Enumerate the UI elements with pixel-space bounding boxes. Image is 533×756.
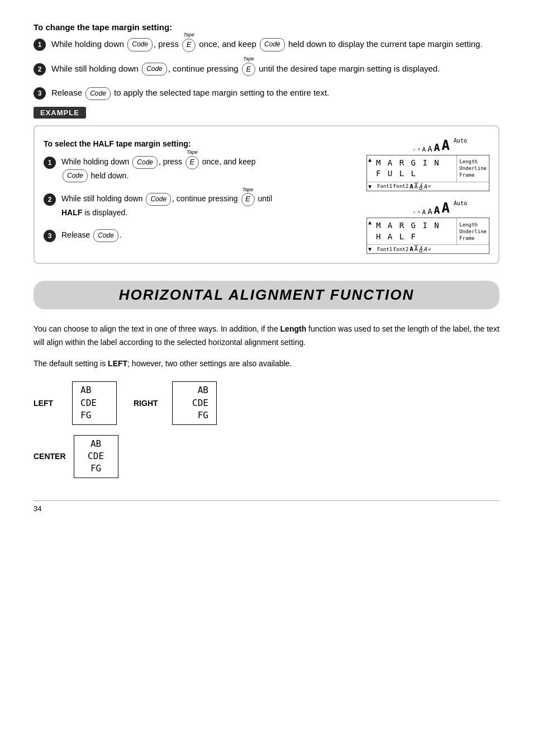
lcd1-icon-A2: Ā	[415, 183, 418, 190]
align-center-line3: FG	[82, 462, 110, 475]
example-step-text-1: While holding down Code, press Tape E on…	[61, 155, 280, 182]
lcd1-font2: Font2	[393, 183, 408, 189]
section-heading: To change the tape margin setting:	[34, 22, 499, 32]
align-left-box: AB CDE FG	[72, 381, 117, 424]
align-right-label: RIGHT	[134, 399, 164, 408]
lcd1-fs5: A	[434, 141, 440, 153]
example-label: EXAMPLE	[34, 107, 86, 119]
code-key-2: Code	[260, 38, 285, 51]
step-item-2: 2 While still holding down Code, continu…	[34, 62, 499, 77]
example-step-num-3: 3	[44, 230, 56, 242]
lcd2-icon-A4: A	[423, 246, 427, 252]
lcd2-fs3: A	[422, 209, 426, 216]
lcd-half: ▲ M A R G I N H A L F Length Underline F…	[367, 218, 489, 254]
step-number-3: 3	[34, 87, 46, 100]
example-step-text-2: While still holding down Code, continue …	[61, 192, 280, 219]
lcd2-bottom: ▼ Font1 Font2 A Ā Ā A <	[367, 244, 489, 253]
lcd1-fs3: A	[422, 146, 426, 153]
lcd1-line2: F U L L	[376, 168, 452, 179]
align-center-line2: CDE	[82, 450, 110, 462]
lcd-full-main: ▲ M A R G I N F U L L Length Underline F…	[367, 155, 489, 182]
example-step-1: 1 While holding down Code, press Tape E …	[44, 155, 280, 182]
align-left-line2: CDE	[80, 397, 108, 409]
lcd2-icon-lt: <	[428, 247, 431, 252]
lcd2-auto: Auto	[454, 200, 467, 206]
alignment-demo-row2: CENTER AB CDE FG	[34, 435, 499, 478]
ex-tape-e-1: Tape E	[185, 155, 199, 169]
horizontal-title: HORIZONTAL ALIGNMENT FUNCTION	[45, 286, 488, 304]
lcd1-icon-A4: A	[423, 183, 427, 190]
ex-code-key-2: Code	[63, 169, 88, 182]
example-step-num-1: 1	[44, 157, 56, 169]
lcd1-label-frame: Frame	[459, 172, 487, 178]
step-number-2: 2	[34, 63, 46, 75]
lcd2-font1: Font1	[377, 247, 392, 252]
align-left-item: LEFT AB CDE FG	[34, 381, 117, 424]
align-right-line2: CDE	[180, 397, 208, 409]
lcd2-label-frame: Frame	[459, 235, 487, 241]
lcd1-label-underline: Underline	[459, 166, 487, 171]
lcd2-icon-A1: A	[410, 245, 413, 253]
lcd1-font1: Font1	[377, 183, 392, 189]
example-step-2: 2 While still holding down Code, continu…	[44, 192, 280, 219]
align-center-label: CENTER	[34, 452, 66, 461]
lcd1-fs1: ᴬ	[413, 148, 416, 153]
align-right-box: AB CDE FG	[172, 381, 217, 424]
page-footer: 34	[34, 500, 499, 513]
align-left-line3: FG	[80, 409, 108, 422]
example-section: EXAMPLE To select the HALF tape margin s…	[34, 107, 499, 264]
align-center-box: AB CDE FG	[74, 435, 118, 478]
lcd1-auto: Auto	[454, 138, 467, 144]
lcd2-fs5: A	[434, 204, 440, 216]
lcd1-fs2: ᴬ	[417, 148, 420, 153]
example-step-3: 3 Release Code.	[44, 229, 280, 242]
step-text-1: While holding down Code, press Tape E on…	[51, 37, 499, 52]
lcd-display-full: ᴬ ᴬ A A A A Auto ▲ M A R G I N	[367, 138, 489, 191]
lcd2-fs6: A	[441, 200, 449, 216]
alignment-demo: LEFT AB CDE FG RIGHT AB CDE FG	[34, 381, 499, 424]
ex-code-key-3: Code	[146, 193, 171, 206]
horiz-description-2: The default setting is LEFT; however, tw…	[34, 357, 499, 371]
lcd1-icon-A1: A	[410, 183, 413, 190]
lcd1-icon-A3: Ā	[419, 183, 422, 190]
step-item-3: 3 Release Code to apply the selected tap…	[34, 86, 499, 100]
lcd2-up-arrow: ▲	[368, 219, 372, 225]
example-box-heading: To select the HALF tape margin setting:	[44, 138, 280, 150]
page-number: 34	[34, 504, 41, 513]
code-key-4: Code	[85, 87, 111, 100]
lcd1-icon-lt: <	[428, 183, 431, 189]
lcd-display-half: ᴬ ᴬ A A A A Auto ▲ M A R G I N H	[367, 200, 489, 254]
lcd1-text-area: M A R G I N F U L L	[367, 155, 456, 182]
lcd2-line2: H A L F	[376, 231, 452, 243]
ex-code-key-4: Code	[93, 229, 118, 242]
ex-tape-e-2: Tape E	[241, 193, 255, 206]
lcd2-label-underline: Underline	[459, 229, 487, 234]
lcd2-label-length: Length	[459, 222, 487, 228]
lcd2-text-area: M A R G I N H A L F	[367, 218, 456, 244]
step-list: 1 While holding down Code, press Tape E …	[34, 37, 499, 100]
step-item-1: 1 While holding down Code, press Tape E …	[34, 37, 499, 52]
lcd2-fs4: A	[427, 207, 432, 216]
align-right-item: RIGHT AB CDE FG	[134, 381, 217, 424]
example-step-num-2: 2	[44, 193, 56, 206]
page-content: To change the tape margin setting: 1 Whi…	[34, 22, 499, 513]
align-center-line1: AB	[82, 438, 110, 450]
lcd1-side-labels: Length Underline Frame	[456, 155, 489, 182]
lcd2-icon-A3: Ā	[419, 246, 422, 252]
lcd1-bottom: ▼ Font1 Font2 A Ā Ā A <	[367, 182, 489, 191]
align-left-label: LEFT	[34, 399, 64, 408]
section-change-margin: To change the tape margin setting: 1 Whi…	[34, 22, 499, 100]
horizontal-title-box: HORIZONTAL ALIGNMENT FUNCTION	[34, 281, 499, 309]
example-box: To select the HALF tape margin setting: …	[34, 125, 499, 264]
lcd-half-main: ▲ M A R G I N H A L F Length Underline F…	[367, 218, 489, 244]
example-right: ᴬ ᴬ A A A A Auto ▲ M A R G I N	[292, 138, 489, 254]
lcd1-up-arrow: ▲	[368, 157, 372, 163]
step-text-3: Release Code to apply the selected tape …	[51, 86, 499, 100]
example-left: To select the HALF tape margin setting: …	[44, 138, 280, 249]
lcd1-line1: M A R G I N	[376, 158, 452, 169]
lcd-full: ▲ M A R G I N F U L L Length Underline F…	[367, 155, 489, 191]
lcd2-font2: Font2	[393, 247, 408, 252]
lcd2-fs1: ᴬ	[413, 211, 416, 216]
step-text-2: While still holding down Code, continue …	[51, 62, 499, 77]
lcd2-fs2: ᴬ	[417, 210, 420, 216]
